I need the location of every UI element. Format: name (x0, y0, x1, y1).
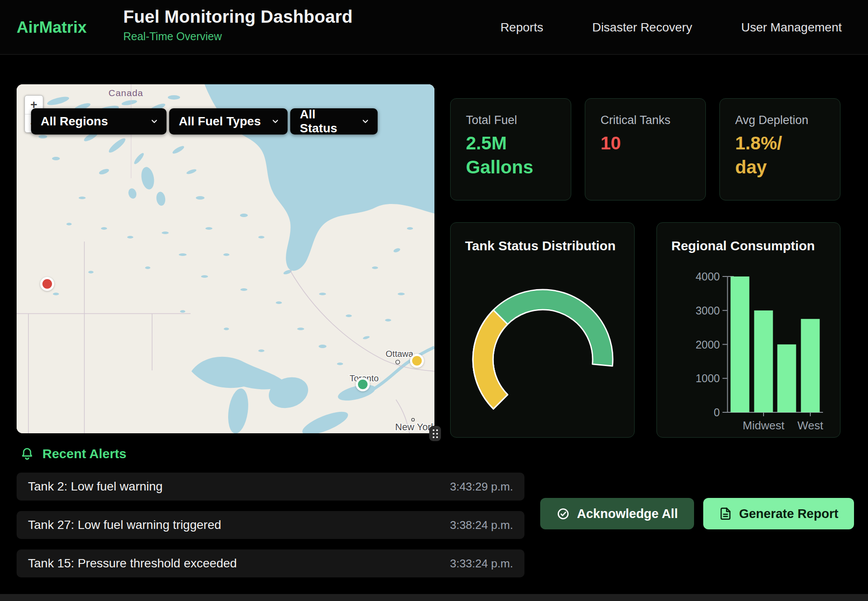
bell-icon (20, 446, 35, 461)
file-text-icon (719, 507, 732, 520)
y-tick-label: 3000 (695, 304, 720, 317)
brand-logo[interactable]: AirMatrix (17, 18, 87, 37)
map[interactable]: Canada Ottawa Toronto New York + − All R… (17, 84, 434, 433)
charts-row: Tank Status Distribution Regional Consum… (450, 222, 840, 438)
tank-marker-warning[interactable] (410, 354, 424, 368)
resize-handle[interactable] (429, 426, 441, 441)
y-tick-label: 0 (714, 406, 720, 418)
generate-report-button[interactable]: Generate Report (703, 498, 854, 529)
stat-value: 2.5M Gallons (466, 131, 556, 179)
bar-0 (731, 276, 750, 412)
newyork-town-dot (412, 418, 414, 421)
alert-time: 3:33:24 p.m. (450, 557, 513, 570)
bar-1 (754, 311, 773, 412)
button-label: Generate Report (739, 507, 838, 521)
filter-all-regions[interactable]: All Regions (31, 108, 167, 135)
alert-list: Tank 2: Low fuel warning3:43:29 p.m.Tank… (17, 473, 524, 588)
stat-card-avg-depletion: Avg Depletion1.8%/ day (719, 98, 840, 200)
basemap-canvas: Canada Ottawa Toronto New York (17, 84, 434, 433)
filter-label: All Regions (41, 114, 108, 128)
alert-time: 3:43:29 p.m. (450, 480, 513, 494)
chevron-down-icon (361, 117, 370, 126)
stats-row: Total Fuel2.5M GallonsCritical Tanks10Av… (450, 98, 840, 200)
title-block: Fuel Monitoring Dashboard Real-Time Over… (123, 7, 353, 43)
chevron-down-icon (150, 117, 159, 126)
tank-marker-critical[interactable] (40, 277, 54, 291)
alerts-title: Recent Alerts (42, 446, 126, 461)
page-title: Fuel Monitoring Dashboard (123, 7, 353, 27)
bar-2 (778, 345, 796, 413)
dashboard-root: AirMatrix Fuel Monitoring Dashboard Real… (0, 0, 868, 601)
y-tick-label: 1000 (695, 372, 720, 384)
stat-label: Total Fuel (466, 114, 556, 127)
nav-reports[interactable]: Reports (500, 21, 543, 35)
acknowledge-all-button[interactable]: Acknowledge All (540, 498, 694, 529)
alerts-header: Recent Alerts (20, 446, 126, 461)
alert-message: Tank 15: Pressure threshold exceeded (28, 556, 237, 570)
stat-value: 10 (601, 131, 690, 155)
alert-message: Tank 27: Low fuel warning triggered (28, 518, 221, 532)
donut-segment-warning (473, 310, 507, 409)
tank-status-donut (466, 283, 619, 436)
stat-value: 1.8%/ day (735, 131, 825, 179)
filter-label: All Status (300, 107, 355, 135)
chevron-down-icon (271, 117, 280, 126)
country-label: Canada (108, 88, 143, 98)
bar-3 (801, 319, 820, 412)
check-circle-icon (556, 507, 570, 521)
stat-label: Avg Depletion (735, 114, 825, 127)
alert-actions: Acknowledge AllGenerate Report (540, 498, 854, 529)
donut-chart-title: Tank Status Distribution (465, 238, 620, 253)
filter-label: All Fuel Types (179, 114, 261, 128)
city-label-ottawa: Ottawa (385, 349, 413, 359)
tank-marker-normal[interactable] (356, 377, 370, 391)
nav-disaster-recovery[interactable]: Disaster Recovery (592, 21, 692, 35)
nav-user-management[interactable]: User Management (741, 21, 842, 35)
tank-status-card: Tank Status Distribution (450, 222, 635, 438)
filter-all-status[interactable]: All Status (290, 108, 378, 135)
y-tick-label: 4000 (695, 270, 720, 283)
stat-label: Critical Tanks (601, 114, 690, 127)
alert-row[interactable]: Tank 15: Pressure threshold exceeded3:33… (17, 549, 524, 577)
button-label: Acknowledge All (577, 507, 678, 521)
stat-card-critical-tanks: Critical Tanks10 (585, 98, 706, 200)
map-filter-bar: All RegionsAll Fuel TypesAll Status (31, 108, 378, 135)
page-subtitle: Real-Time Overview (123, 30, 353, 43)
regional-consumption-card: Regional Consumption 01000200030004000Mi… (656, 222, 840, 438)
filter-all-fuel-types[interactable]: All Fuel Types (169, 108, 288, 135)
x-tick-label: Midwest (743, 419, 785, 432)
main-nav: ReportsDisaster RecoveryUser Management (500, 0, 842, 55)
alert-row[interactable]: Tank 2: Low fuel warning3:43:29 p.m. (17, 473, 524, 501)
alert-message: Tank 2: Low fuel warning (28, 480, 163, 494)
bottom-strip (0, 594, 868, 601)
alert-time: 3:38:24 p.m. (450, 518, 513, 532)
alert-row[interactable]: Tank 27: Low fuel warning triggered3:38:… (17, 511, 524, 539)
regional-consumption-chart: 01000200030004000MidwestWest (657, 223, 841, 438)
y-tick-label: 2000 (695, 338, 720, 351)
x-tick-label: West (798, 419, 824, 432)
top-bar: AirMatrix Fuel Monitoring Dashboard Real… (0, 0, 868, 55)
ottawa-town-dot (396, 360, 400, 364)
city-label-newyork: New York (395, 421, 434, 432)
stat-card-total-fuel: Total Fuel2.5M Gallons (450, 98, 571, 200)
